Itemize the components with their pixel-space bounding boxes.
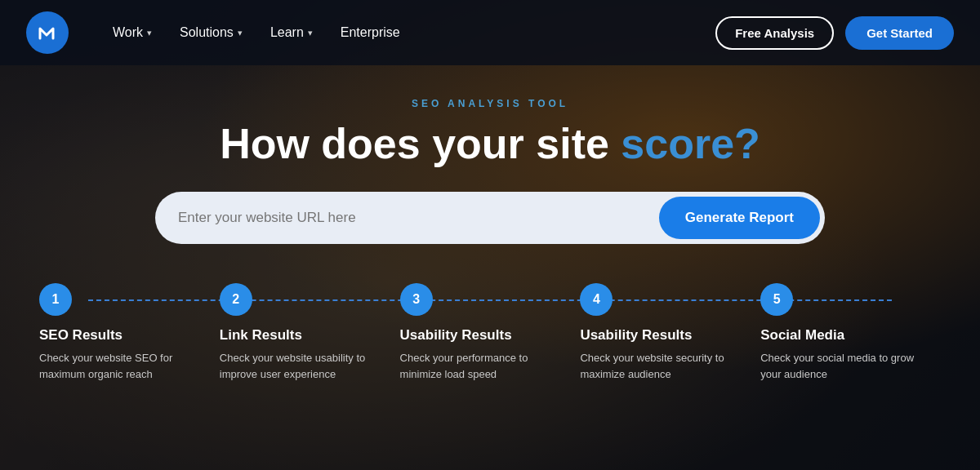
step-number-1: 1 <box>39 283 72 316</box>
step-title-3: Usability Results <box>400 327 512 344</box>
free-analysis-button[interactable]: Free Analysis <box>715 16 834 50</box>
chevron-down-icon: ▾ <box>147 28 152 38</box>
nav-solutions[interactable]: Solutions ▾ <box>168 19 254 47</box>
step-number-5: 5 <box>760 283 793 316</box>
step-4: 4 Usability Results Check your website s… <box>580 283 760 382</box>
nav-enterprise[interactable]: Enterprise <box>329 19 412 47</box>
chevron-down-icon: ▾ <box>238 28 243 38</box>
step-number-4: 4 <box>580 283 612 316</box>
chevron-down-icon: ▾ <box>308 28 313 38</box>
nav-actions: Free Analysis Get Started <box>715 16 954 50</box>
step-desc-2: Check your website usability to improve … <box>220 350 375 382</box>
steps-row: 1 SEO Results Check your website SEO for… <box>39 283 941 382</box>
url-search-bar: Generate Report <box>155 192 825 244</box>
step-desc-4: Check your website security to maximize … <box>580 350 735 382</box>
step-3: 3 Usability Results Check your performan… <box>400 283 581 382</box>
step-title-2: Link Results <box>220 327 302 344</box>
get-started-button[interactable]: Get Started <box>845 16 954 50</box>
step-1: 1 SEO Results Check your website SEO for… <box>39 283 220 382</box>
url-input[interactable] <box>178 210 659 226</box>
hero-subtitle: SEO ANALYSIS TOOL <box>412 98 568 109</box>
steps-section: 1 SEO Results Check your website SEO for… <box>0 283 980 382</box>
step-title-4: Usability Results <box>580 327 692 344</box>
nav-links: Work ▾ Solutions ▾ Learn ▾ Enterprise <box>101 19 715 47</box>
nav-learn[interactable]: Learn ▾ <box>259 19 324 47</box>
step-number-2: 2 <box>220 283 252 316</box>
hero-title: How does your site score? <box>220 121 760 167</box>
logo[interactable] <box>26 11 69 54</box>
navbar: Work ▾ Solutions ▾ Learn ▾ Enterprise Fr… <box>0 0 980 65</box>
nav-work[interactable]: Work ▾ <box>101 19 163 47</box>
generate-report-button[interactable]: Generate Report <box>659 197 820 239</box>
step-number-3: 3 <box>400 283 433 316</box>
step-desc-1: Check your website SEO for maximum organ… <box>39 350 194 382</box>
step-title-1: SEO Results <box>39 327 122 344</box>
step-2: 2 Link Results Check your website usabil… <box>220 283 400 382</box>
step-desc-5: Check your social media to grow your aud… <box>760 350 915 382</box>
step-5: 5 Social Media Check your social media t… <box>760 283 941 382</box>
step-desc-3: Check your performance to minimize load … <box>400 350 555 382</box>
hero-section: SEO ANALYSIS TOOL How does your site sco… <box>0 65 980 283</box>
step-title-5: Social Media <box>760 327 844 344</box>
